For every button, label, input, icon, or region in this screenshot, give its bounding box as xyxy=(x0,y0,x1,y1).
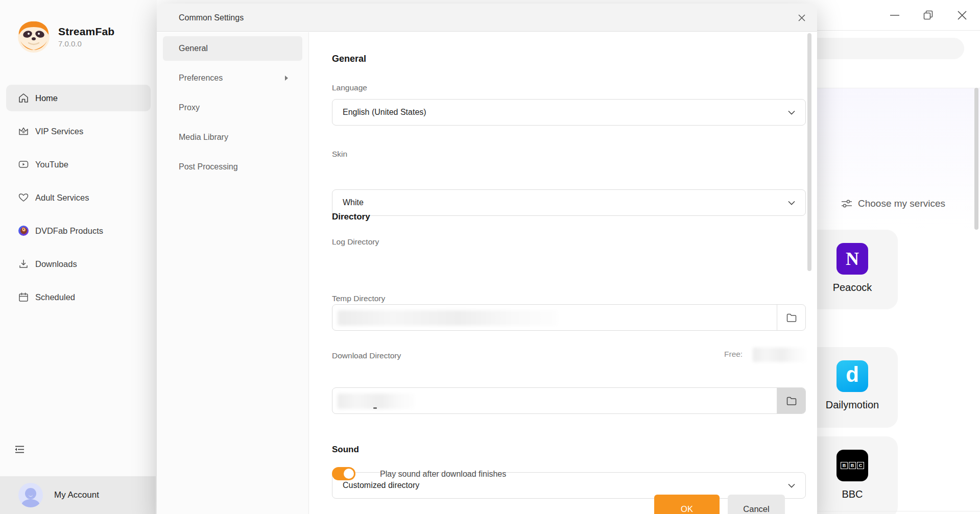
menu-item-label: Post Processing xyxy=(179,162,238,172)
free-space-label: Free: xyxy=(724,350,743,359)
menu-item-label: Preferences xyxy=(179,74,223,83)
collapse-sidebar-icon xyxy=(13,444,26,456)
common-settings-dialog: Common Settings General Preferences Prox… xyxy=(157,4,817,514)
sidebar-item-label: DVDFab Products xyxy=(35,226,103,236)
temp-directory-input[interactable] xyxy=(332,387,806,414)
my-account-button[interactable]: My Account xyxy=(0,476,156,514)
settings-menu-general[interactable]: General xyxy=(163,36,302,61)
dialog-close-button[interactable] xyxy=(795,11,809,25)
app-version: 7.0.0.0 xyxy=(58,39,114,48)
sidebar: StreamFab 7.0.0.0 Home VIP Services YouT… xyxy=(0,0,157,514)
sidebar-item-label: Home xyxy=(35,93,58,103)
dialog-content: General Language English (United States)… xyxy=(309,32,817,514)
play-sound-toggle[interactable] xyxy=(332,467,355,480)
sidebar-item-youtube[interactable]: YouTube xyxy=(6,151,151,178)
play-sound-label: Play sound after download finishes xyxy=(380,470,506,479)
close-icon xyxy=(798,14,806,22)
sidebar-item-label: Downloads xyxy=(35,259,77,269)
crown-icon xyxy=(18,126,29,137)
my-account-label: My Account xyxy=(54,490,99,500)
sound-section-heading: Sound xyxy=(332,445,359,455)
service-tile-label: BBC xyxy=(842,488,863,500)
sidebar-item-label: VIP Services xyxy=(35,127,83,136)
sidebar-item-home[interactable]: Home xyxy=(6,85,151,111)
sidebar-item-downloads[interactable]: Downloads xyxy=(6,251,151,277)
heart-icon xyxy=(18,192,29,203)
streamfab-sloth-logo-icon xyxy=(17,20,50,53)
menu-item-label: General xyxy=(179,44,208,53)
restore-button[interactable] xyxy=(922,9,935,22)
sidebar-nav: Home VIP Services YouTube Adult Services xyxy=(6,85,151,317)
download-icon xyxy=(18,258,29,270)
download-directory-mode-value: Customized directory xyxy=(332,481,419,490)
menu-item-label: Media Library xyxy=(179,133,228,142)
dialog-header: Common Settings xyxy=(157,4,817,32)
settings-menu-preferences[interactable]: Preferences xyxy=(163,66,302,90)
window-controls xyxy=(888,0,980,31)
settings-menu-post-processing[interactable]: Post Processing xyxy=(163,155,302,179)
home-icon xyxy=(18,92,29,104)
redacted-log-path xyxy=(338,310,557,326)
download-directory-label: Download Directory xyxy=(332,351,401,360)
menu-item-label: Proxy xyxy=(179,103,200,112)
main-scrollbar-thumb[interactable] xyxy=(974,88,978,230)
settings-menu-media-library[interactable]: Media Library xyxy=(163,125,302,150)
minimize-button[interactable] xyxy=(888,9,901,22)
log-directory-input[interactable] xyxy=(332,304,806,331)
dialog-title: Common Settings xyxy=(179,4,244,32)
folder-icon xyxy=(786,313,797,322)
language-select[interactable]: English (United States) xyxy=(332,99,806,126)
redacted-free-space-value xyxy=(753,348,806,362)
collapse-sidebar-button[interactable] xyxy=(13,444,26,456)
sidebar-item-vip-services[interactable]: VIP Services xyxy=(6,118,151,144)
redacted-text-remnant xyxy=(373,407,377,409)
skin-select[interactable]: White xyxy=(332,189,806,216)
chevron-down-icon xyxy=(788,483,795,488)
choose-my-services-label: Choose my services xyxy=(858,198,945,209)
peacock-logo-icon: N xyxy=(836,243,868,275)
minimize-icon xyxy=(889,9,901,21)
sidebar-item-dvdfab-products[interactable]: DVDFab Products xyxy=(6,217,151,244)
app-name: StreamFab xyxy=(58,26,114,38)
dialog-menu: General Preferences Proxy Media Library … xyxy=(157,32,309,514)
sidebar-item-label: Scheduled xyxy=(35,292,75,302)
log-directory-label: Log Directory xyxy=(332,237,379,247)
dialog-scrollbar-thumb[interactable] xyxy=(807,33,811,271)
language-value: English (United States) xyxy=(332,108,426,117)
temp-directory-label: Temp Directory xyxy=(332,294,385,303)
log-directory-browse-button[interactable] xyxy=(777,305,805,330)
ok-button[interactable]: OK xyxy=(654,495,720,514)
language-label: Language xyxy=(332,83,367,92)
chevron-down-icon xyxy=(788,110,795,115)
filter-sliders-icon xyxy=(842,199,852,208)
app-brand: StreamFab 7.0.0.0 xyxy=(17,20,114,53)
service-tile-label: Peacock xyxy=(833,282,872,293)
choose-my-services-button[interactable]: Choose my services xyxy=(842,198,945,209)
directory-section-heading: Directory xyxy=(332,212,370,222)
restore-icon xyxy=(923,10,934,21)
sidebar-item-scheduled[interactable]: Scheduled xyxy=(6,284,151,310)
folder-icon xyxy=(786,397,797,405)
sidebar-item-label: YouTube xyxy=(35,160,68,169)
service-tile-bbc[interactable]: B B C BBC xyxy=(807,436,898,514)
settings-menu-proxy[interactable]: Proxy xyxy=(163,95,302,120)
account-avatar xyxy=(18,483,43,507)
redacted-temp-path xyxy=(338,394,414,409)
bbc-block-letter: B xyxy=(849,462,856,469)
sidebar-item-adult-services[interactable]: Adult Services xyxy=(6,184,151,211)
dvdfab-icon xyxy=(18,225,29,236)
sidebar-item-label: Adult Services xyxy=(35,193,89,203)
service-tile-dailymotion[interactable]: d Dailymotion xyxy=(807,347,898,428)
dailymotion-logo-icon: d xyxy=(836,360,868,392)
chevron-down-icon xyxy=(788,201,795,205)
close-window-button[interactable] xyxy=(955,9,969,22)
service-tile-label: Dailymotion xyxy=(826,399,879,411)
peacock-logo-letter: N xyxy=(846,248,859,270)
bbc-block-letter: B xyxy=(841,462,848,469)
youtube-icon xyxy=(18,159,29,170)
cancel-button[interactable]: Cancel xyxy=(728,495,785,514)
service-tile-peacock[interactable]: N Peacock xyxy=(807,230,898,309)
bbc-block-letter: C xyxy=(857,462,864,469)
general-section-heading: General xyxy=(332,54,366,64)
temp-directory-browse-button[interactable] xyxy=(777,388,805,413)
